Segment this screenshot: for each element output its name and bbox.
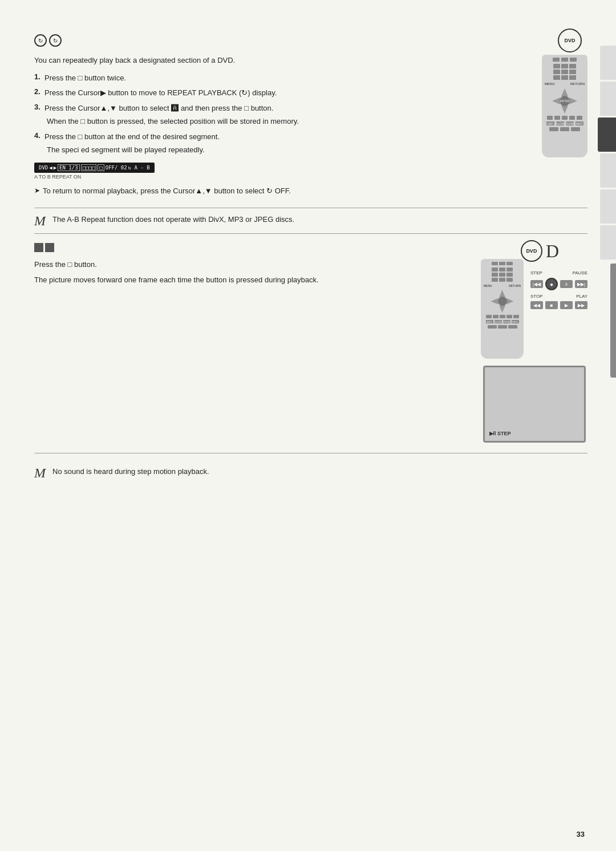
step-text-2: The picture moves forward one frame each… — [34, 274, 469, 286]
pb-prev: |◀◀ — [530, 280, 543, 288]
s-slow: SLOW — [495, 320, 502, 323]
remote-bottom3 — [549, 127, 580, 131]
remote-btn-sm3 — [570, 58, 577, 62]
rb-add: ADD — [546, 121, 554, 125]
rb-c3 — [571, 127, 580, 131]
step-remote-row3: ADD SLOW ZOOM INFO — [486, 320, 519, 323]
s-rb-e — [513, 315, 519, 318]
sq-icon-2 — [45, 243, 54, 252]
s-rb-a — [486, 315, 492, 318]
pb-ffd: ▶▶ — [575, 301, 587, 309]
sidebar-tab-3 — [600, 153, 616, 188]
rb-info: INFO — [576, 121, 583, 125]
step-text-1: Press the □ button. — [34, 259, 469, 271]
step-3-text: Press the Cursor▲,▼ button to select 🅰 a… — [44, 103, 273, 114]
rb6 — [569, 70, 576, 74]
remote-top-btns — [553, 58, 577, 62]
remote-num-grid — [553, 64, 576, 80]
status-sub: □□□□ — [81, 164, 97, 171]
step-3-sub-text: When the □ button is pressed, the select… — [47, 117, 299, 125]
pb-step-label: STEP — [530, 270, 542, 275]
rb-c1 — [549, 127, 558, 131]
pb-labels-row: STEP PAUSE — [530, 270, 587, 275]
pb-rew: ◀◀ — [530, 301, 543, 309]
sg4 — [492, 273, 498, 277]
pb-stop-btn: ■ — [545, 301, 558, 309]
pb-pause-btn: ll — [560, 280, 573, 288]
s-zoom: ZOOM — [503, 320, 510, 323]
main-content: ↻ ↻ DVD You can repeatedly play back a d… — [34, 34, 587, 828]
step-1: 1. Press the □ button twice. — [34, 72, 530, 84]
dpad-down — [561, 106, 568, 114]
ab-title-text — [67, 35, 82, 46]
ab-memo-text: The A-B Repeat function does not operate… — [52, 214, 294, 225]
status-dvd: DVD — [39, 165, 48, 171]
tv-screen-label: ▶ll STEP — [489, 431, 511, 436]
page: ↻ ↻ DVD You can repeatedly play back a d… — [0, 0, 616, 851]
step-content-layout: Press the □ button. The picture moves fo… — [34, 259, 587, 443]
rb-b2 — [554, 116, 560, 120]
sr-menu: MENU — [484, 284, 492, 287]
s-rb-b — [493, 315, 499, 318]
s-c3 — [508, 325, 517, 329]
ab-section-header: ↻ ↻ DVD — [34, 34, 587, 47]
step-remote-top — [492, 262, 513, 265]
step-dvd-d: DVD D — [521, 240, 559, 262]
step-remote-labels: MENU RETURN — [484, 284, 521, 287]
rb7 — [553, 75, 560, 80]
status-label: A TO B REPEAT ON — [34, 174, 530, 180]
step-3-num: 3. — [34, 103, 44, 111]
sg1 — [492, 268, 498, 271]
step-memo-box: M No sound is heard during step motion p… — [34, 464, 587, 482]
sidebar-right — [594, 0, 616, 851]
playback-panel: STEP PAUSE |◀◀ ● ll ▶▶| — [530, 270, 587, 309]
sidebar-tab-2 — [600, 82, 616, 116]
step-4-num: 4. — [34, 131, 44, 140]
status-sep1: ◀ — [49, 165, 52, 171]
step-4-sub-text: The speci ed segment will be played repe… — [47, 145, 205, 154]
step-square-icons — [34, 243, 54, 252]
step-2: 2. Press the Cursor▶ button to move to R… — [34, 87, 530, 99]
ab-text-content: You can repeatedly play back a designate… — [34, 55, 530, 203]
pb-play-label: PLAY — [576, 294, 587, 299]
rb-zoom: ZOOM — [566, 121, 574, 125]
step-remote-row4 — [488, 325, 517, 329]
sidebar-tab-1 — [600, 46, 616, 80]
step-dpad-center — [498, 297, 507, 306]
page-number: 33 — [577, 830, 585, 838]
ab-intro: You can repeatedly play back a designate… — [34, 55, 530, 67]
ab-remote-diagram: MENU RETURN ENTER — [542, 55, 587, 157]
sg6 — [506, 273, 513, 277]
step-remote-row2 — [486, 315, 519, 318]
step-remote-grid — [492, 268, 513, 282]
remote-menu-label: MENU — [545, 82, 555, 86]
step-memo-text: No sound is heard during step motion pla… — [52, 466, 209, 477]
ab-icons: ↻ ↻ — [34, 34, 82, 47]
remote-menu-return-row: MENU RETURN — [545, 82, 585, 86]
rb9 — [569, 75, 576, 80]
status-num: ▶ — [54, 165, 56, 171]
remote-control-step: MENU RETURN — [481, 259, 524, 359]
sidebar-dark-bar — [610, 264, 616, 378]
sq-icon-1 — [34, 243, 43, 252]
sidebar-tab-4 — [600, 189, 616, 224]
step-2-text: Press the Cursor▶ button to move to REPE… — [44, 87, 277, 99]
return-note: ➤ To return to normal playback, press th… — [34, 185, 530, 197]
dpad-left — [552, 98, 560, 104]
arrow-icon: ➤ — [34, 185, 40, 196]
dvd-badge-ab: DVD — [558, 29, 582, 52]
rb-b5 — [577, 116, 582, 120]
s-add: ADD — [486, 320, 493, 323]
status-sq: □ — [98, 164, 104, 171]
pb-stop-label: STOP — [530, 294, 543, 299]
step-remote-and-btns: MENU RETURN — [481, 259, 587, 359]
s-info: INFO — [512, 320, 519, 323]
step-1-text: Press the □ button twice. — [44, 72, 126, 84]
rb-slow: SLOW — [556, 121, 564, 125]
step-memo-letter: M — [34, 466, 48, 480]
rb-c2 — [560, 127, 569, 131]
dpad-up — [561, 88, 568, 96]
s-rb2 — [499, 262, 505, 265]
pb-row-2: ◀◀ ■ ▶ ▶▶ — [530, 301, 587, 309]
remote-dpad: ENTER — [552, 88, 577, 114]
